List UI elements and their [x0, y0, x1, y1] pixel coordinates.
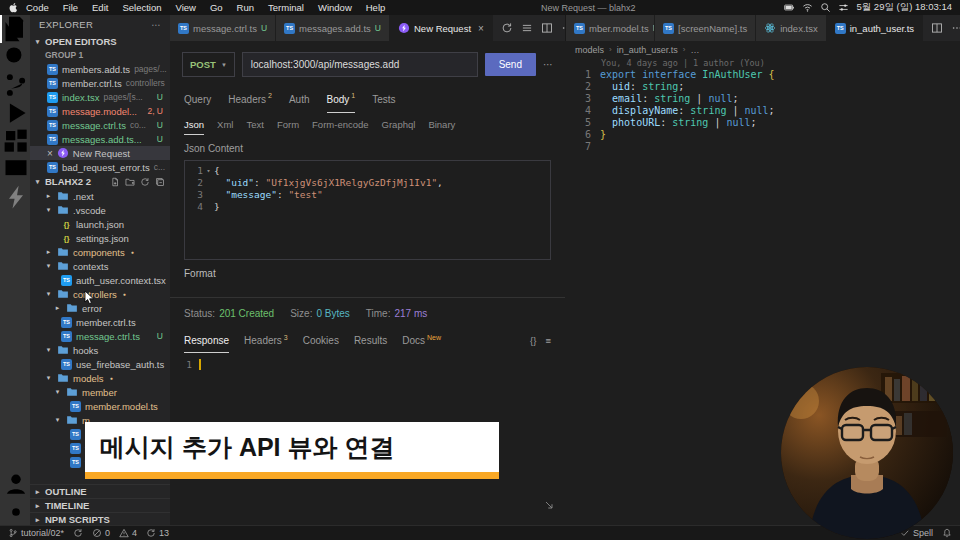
statusbar-item-sync-icon[interactable] [73, 528, 83, 538]
open-editor-item-new-request[interactable]: ×New Request [30, 146, 170, 160]
split-editor-icon[interactable] [931, 22, 943, 34]
run-debug-icon[interactable] [0, 99, 30, 127]
tree-file-settings-json[interactable]: {}settings.json [30, 231, 170, 245]
tab-json[interactable]: Json [184, 113, 204, 135]
tab-screenname-ts[interactable]: TS[screenName].ts [655, 15, 756, 41]
tab-query[interactable]: Query [184, 86, 211, 113]
statusbar-item-bell-icon[interactable] [942, 528, 952, 538]
breadcrumb-item[interactable]: in_auth_user.ts [617, 45, 678, 55]
more-actions-icon[interactable]: ⋯ [151, 19, 161, 30]
open-editors-header[interactable]: ▾ OPEN EDITORS [30, 34, 170, 49]
apple-menu-icon[interactable] [8, 2, 19, 13]
tab-xml[interactable]: Xml [217, 113, 233, 135]
tree-file-auth-user-context-tsx[interactable]: TSauth_user.context.tsx [30, 273, 170, 287]
collapse-all-icon[interactable] [155, 177, 165, 187]
tab-headers[interactable]: Headers2 [228, 86, 272, 113]
open-editor-item[interactable]: TSmessage.ctrl.tsco...U [30, 118, 170, 132]
tab-auth[interactable]: Auth [289, 86, 310, 113]
tree-folder-next[interactable]: ▸.next [30, 189, 170, 203]
statusbar-item-sync-icon[interactable]: 13 [146, 528, 169, 538]
section-timeline[interactable]: ▸TIMELINE [30, 498, 170, 512]
tab-mber-model-ts[interactable]: TSmber.model.tsM [566, 15, 655, 41]
more-actions-icon[interactable] [951, 22, 960, 34]
workspace-header[interactable]: ▾ BLAHX2 2 [30, 174, 170, 189]
tree-folder-controllers[interactable]: ▾controllers● [30, 287, 170, 301]
statusbar-item-warning-icon[interactable]: 4 [119, 528, 137, 538]
menu-run[interactable]: Run [230, 2, 261, 13]
tree-folder-components[interactable]: ▸components● [30, 245, 170, 259]
menu-selection[interactable]: Selection [115, 2, 168, 13]
tree-folder-vscode[interactable]: ▾.vscode [30, 203, 170, 217]
menu-help[interactable]: Help [359, 2, 393, 13]
resize-handle-icon[interactable] [543, 499, 555, 511]
tab-in-auth-user-ts[interactable]: TSin_auth_user.ts [827, 15, 923, 41]
open-editor-item[interactable]: TSmembers.add.tspages/... [30, 62, 170, 76]
menu-file[interactable]: File [56, 2, 85, 13]
tab-binary[interactable]: Binary [428, 113, 455, 135]
tab-message-ctrl-ts[interactable]: TSmessage.ctrl.tsU [170, 15, 276, 41]
response-body[interactable]: 1 [170, 353, 565, 370]
thunder-client-icon[interactable] [0, 183, 30, 211]
tab-tests[interactable]: Tests [372, 86, 395, 113]
refresh-icon[interactable] [501, 22, 513, 34]
url-input[interactable]: localhost:3000/api/messages.add [242, 52, 478, 77]
menu-edit[interactable]: Edit [85, 2, 115, 13]
new-folder-icon[interactable] [125, 177, 135, 187]
open-editor-item[interactable]: TSmember.ctrl.tscontrollers [30, 76, 170, 90]
tab-text[interactable]: Text [246, 113, 263, 135]
open-editor-item[interactable]: TSmessage.model...2, U [30, 104, 170, 118]
breadcrumb-item[interactable]: models [575, 45, 604, 55]
breadcrumb-item[interactable]: … [690, 45, 699, 55]
format-button[interactable]: Format [170, 260, 565, 287]
tab-form-encode[interactable]: Form-encode [312, 113, 369, 135]
close-icon[interactable]: × [478, 23, 484, 34]
list-icon[interactable] [521, 22, 533, 34]
close-icon[interactable]: × [47, 148, 53, 159]
menu-terminal[interactable]: Terminal [261, 2, 311, 13]
tab-cookies[interactable]: Cookies [303, 328, 339, 353]
tree-folder-hooks[interactable]: ▾hooks [30, 343, 170, 357]
tab-messages-add-ts[interactable]: TSmessages.add.tsU [276, 15, 390, 41]
extensions-icon[interactable] [0, 127, 30, 155]
menu-code[interactable]: Code [19, 2, 56, 13]
source-control-icon[interactable] [0, 71, 30, 99]
tab-index-tsx[interactable]: index.tsx [756, 15, 827, 41]
statusbar-item-error-icon[interactable]: 0 [92, 528, 110, 538]
method-select[interactable]: POST ▼ [182, 52, 235, 77]
open-editor-item[interactable]: TSbad_request_error.tsc... [30, 160, 170, 174]
json-body-editor[interactable]: 1▾{2 "uid": "Uf1xjgVs6jX1RelgyGzDfjMj1Iv… [184, 160, 551, 260]
refresh-icon[interactable] [140, 177, 150, 187]
menu-go[interactable]: Go [203, 2, 230, 13]
tab-new-request[interactable]: New Request× [390, 15, 493, 41]
tree-file-member-model-ts[interactable]: TSmember.model.ts [30, 399, 170, 413]
new-file-icon[interactable] [110, 177, 120, 187]
list-icon[interactable]: ≡ [545, 335, 551, 346]
explorer-icon[interactable] [0, 15, 30, 43]
account-icon[interactable] [0, 470, 30, 498]
open-editor-item[interactable]: TSmessages.add.ts...U [30, 132, 170, 146]
section-npm-scripts[interactable]: ▸NPM SCRIPTS [30, 512, 170, 526]
more-actions-icon[interactable]: ⋯ [543, 59, 553, 70]
tab-graphql[interactable]: Graphql [382, 113, 416, 135]
menu-view[interactable]: View [169, 2, 203, 13]
tree-file-member-ctrl-ts[interactable]: TSmember.ctrl.ts [30, 315, 170, 329]
section-outline[interactable]: ▸OUTLINE [30, 484, 170, 498]
tree-folder-models[interactable]: ▾models● [30, 371, 170, 385]
tree-file-use-firebase-auth-ts[interactable]: TSuse_firebase_auth.ts [30, 357, 170, 371]
tab-headers[interactable]: Headers3 [244, 328, 288, 353]
open-editor-item[interactable]: TSindex.tsxpages/[s...U [30, 90, 170, 104]
tab-docs[interactable]: DocsNew [402, 328, 441, 353]
code-area[interactable]: 1export interface InAuthUser {2 uid: str… [565, 69, 960, 153]
tree-folder-contexts[interactable]: ▾contexts [30, 259, 170, 273]
remote-icon[interactable] [0, 155, 30, 183]
tree-folder-error[interactable]: ▸error [30, 301, 170, 315]
tree-file-launch-json[interactable]: {}launch.json [30, 217, 170, 231]
tab-results[interactable]: Results [354, 328, 387, 353]
tab-response[interactable]: Response [184, 328, 229, 353]
braces-icon[interactable]: {} [530, 335, 536, 346]
tab-form[interactable]: Form [277, 113, 299, 135]
send-button[interactable]: Send [485, 53, 536, 76]
menu-window[interactable]: Window [311, 2, 359, 13]
tab-body[interactable]: Body1 [327, 86, 356, 113]
settings-icon[interactable] [0, 498, 30, 526]
